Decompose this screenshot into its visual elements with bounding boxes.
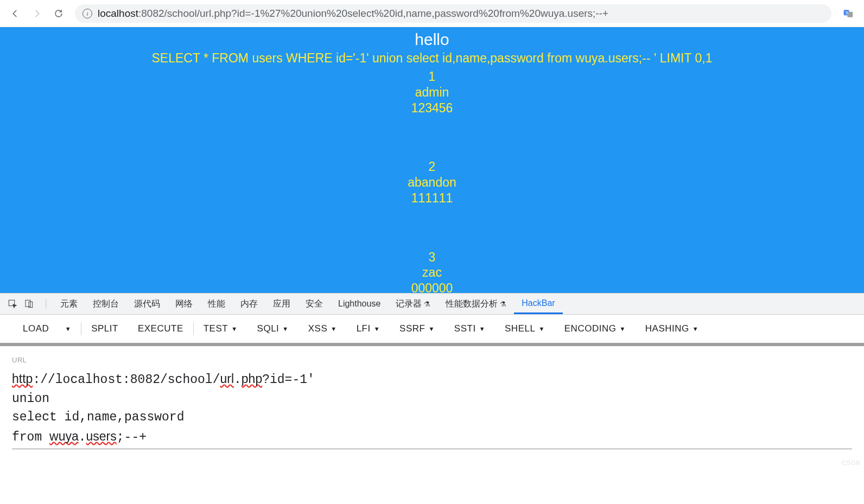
- hackbar-encoding-button[interactable]: ENCODING▼: [555, 315, 636, 343]
- devtools-tabs: 元素控制台源代码网络性能内存应用安全Lighthouse记录器 ⚗性能数据分析 …: [0, 293, 864, 315]
- result-row: 1 admin 123456: [0, 69, 864, 116]
- result-row: 3 zac 000000: [0, 250, 864, 294]
- page-content: hello SELECT * FROM users WHERE id='-1' …: [0, 27, 864, 293]
- devtools-tab-网络[interactable]: 网络: [168, 294, 200, 314]
- row-id: 1: [0, 69, 864, 85]
- hackbar-hashing-button[interactable]: HASHING▼: [636, 315, 708, 343]
- hackbar-ssrf-button[interactable]: SSRF▼: [390, 315, 444, 343]
- site-info-icon[interactable]: i: [82, 9, 92, 18]
- devtools-tab-记录器[interactable]: 记录器 ⚗: [388, 294, 438, 314]
- devtools-tab-元素[interactable]: 元素: [53, 294, 85, 314]
- hackbar-ssti-button[interactable]: SSTI▼: [444, 315, 495, 343]
- chevron-down-icon: ▼: [65, 326, 71, 332]
- svg-rect-4: [26, 300, 30, 307]
- hackbar-shell-button[interactable]: SHELL▼: [495, 315, 555, 343]
- row-id: 3: [0, 250, 864, 265]
- hackbar-test-button[interactable]: TEST▼: [194, 315, 247, 343]
- forward-button[interactable]: [31, 8, 42, 19]
- device-toggle-icon[interactable]: [23, 298, 35, 310]
- chevron-down-icon: ▼: [282, 326, 288, 332]
- row-name: zac: [0, 265, 864, 280]
- separator: [46, 299, 46, 309]
- reload-button[interactable]: [53, 8, 64, 19]
- hackbar-load-button[interactable]: LOAD ▼: [13, 315, 81, 343]
- inspect-icon[interactable]: [7, 298, 18, 310]
- hackbar-xss-button[interactable]: XSS▼: [298, 315, 347, 343]
- devtools-tab-内存[interactable]: 内存: [233, 294, 265, 314]
- devtools-tab-控制台[interactable]: 控制台: [85, 294, 126, 314]
- row-name: abandon: [0, 175, 864, 190]
- address-bar[interactable]: i localhost:8082/school/url.php?id=-1%27…: [75, 4, 831, 23]
- devtools-tab-源代码[interactable]: 源代码: [126, 294, 168, 314]
- hackbar-execute-button[interactable]: EXECUTE: [128, 315, 193, 343]
- devtools-tab-性能数据分析[interactable]: 性能数据分析 ⚗: [438, 294, 514, 314]
- hackbar-lfi-button[interactable]: LFI▼: [347, 315, 390, 343]
- sql-query: SELECT * FROM users WHERE id='-1' union …: [0, 51, 864, 66]
- chevron-down-icon: ▼: [231, 326, 237, 332]
- chevron-down-icon: ▼: [619, 326, 625, 332]
- row-pwd: 000000: [0, 280, 864, 293]
- watermark: CSDN: [842, 460, 861, 466]
- svg-text:文: 文: [845, 10, 849, 14]
- chevron-down-icon: ▼: [428, 326, 434, 332]
- row-name: admin: [0, 85, 864, 100]
- hackbar-split-button[interactable]: SPLIT: [81, 315, 128, 343]
- chevron-down-icon: ▼: [538, 326, 544, 332]
- chevron-down-icon: ▼: [479, 326, 485, 332]
- url-text: localhost:8082/school/url.php?id=-1%27%2…: [98, 8, 608, 20]
- hackbar-sqli-button[interactable]: SQLI▼: [247, 315, 298, 343]
- chevron-down-icon: ▼: [331, 326, 336, 332]
- devtools-tab-安全[interactable]: 安全: [298, 294, 331, 314]
- hackbar-toolbar: LOAD ▼SPLITEXECUTETEST▼SQLI▼XSS▼LFI▼SSRF…: [0, 315, 864, 346]
- row-pwd: 123456: [0, 100, 864, 116]
- url-textarea[interactable]: http://localhost:8082/school/url.php?id=…: [12, 369, 852, 449]
- back-button[interactable]: [10, 8, 21, 19]
- chevron-down-icon: ▼: [374, 326, 380, 332]
- devtools-tab-lighthouse[interactable]: Lighthouse: [331, 294, 388, 314]
- devtools-tab-性能[interactable]: 性能: [200, 294, 233, 314]
- chevron-down-icon: ▼: [693, 326, 698, 332]
- page-title: hello: [0, 27, 864, 49]
- devtools-tab-hackbar[interactable]: HackBar: [514, 294, 562, 314]
- row-id: 2: [0, 159, 864, 175]
- hackbar-panel: URL http://localhost:8082/school/url.php…: [0, 346, 864, 449]
- translate-icon[interactable]: 文: [842, 8, 854, 20]
- browser-toolbar: i localhost:8082/school/url.php?id=-1%27…: [0, 0, 864, 27]
- row-pwd: 111111: [0, 190, 864, 206]
- devtools-tab-应用[interactable]: 应用: [265, 294, 298, 314]
- result-row: 2 abandon 111111: [0, 159, 864, 206]
- url-field-label: URL: [12, 356, 852, 364]
